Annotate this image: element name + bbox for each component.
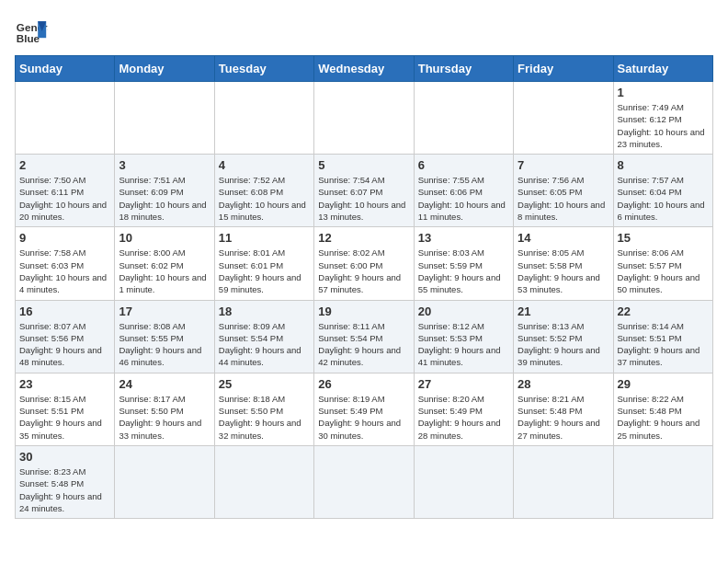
svg-text:Blue: Blue: [17, 32, 40, 44]
calendar-header-thursday: Thursday: [414, 56, 513, 82]
calendar-cell: 11Sunrise: 8:01 AM Sunset: 6:01 PM Dayli…: [214, 227, 313, 300]
day-number: 7: [518, 158, 609, 172]
day-info: Sunrise: 8:11 AM Sunset: 5:54 PM Dayligh…: [318, 320, 409, 369]
day-info: Sunrise: 8:18 AM Sunset: 5:50 PM Dayligh…: [219, 393, 310, 442]
calendar-cell: [214, 82, 313, 155]
day-info: Sunrise: 8:21 AM Sunset: 5:48 PM Dayligh…: [518, 393, 609, 442]
day-number: 24: [119, 377, 210, 391]
logo: General Blue: [15, 15, 48, 48]
calendar-cell: 13Sunrise: 8:03 AM Sunset: 5:59 PM Dayli…: [414, 227, 513, 300]
calendar-cell: 6Sunrise: 7:55 AM Sunset: 6:06 PM Daylig…: [414, 155, 513, 227]
day-info: Sunrise: 7:57 AM Sunset: 6:04 PM Dayligh…: [618, 174, 709, 223]
day-number: 8: [618, 158, 709, 172]
calendar-cell: [414, 82, 513, 155]
day-number: 30: [19, 450, 110, 464]
calendar-cell: [214, 445, 313, 518]
day-number: 10: [119, 231, 210, 245]
day-info: Sunrise: 8:23 AM Sunset: 5:48 PM Dayligh…: [19, 465, 110, 514]
day-info: Sunrise: 8:14 AM Sunset: 5:51 PM Dayligh…: [618, 320, 709, 369]
day-info: Sunrise: 7:49 AM Sunset: 6:12 PM Dayligh…: [618, 101, 709, 150]
calendar-cell: 29Sunrise: 8:22 AM Sunset: 5:48 PM Dayli…: [613, 373, 712, 445]
calendar-cell: 22Sunrise: 8:14 AM Sunset: 5:51 PM Dayli…: [613, 300, 712, 373]
calendar-cell: 7Sunrise: 7:56 AM Sunset: 6:05 PM Daylig…: [514, 155, 613, 227]
calendar-cell: 24Sunrise: 8:17 AM Sunset: 5:50 PM Dayli…: [115, 373, 214, 445]
calendar-cell: 17Sunrise: 8:08 AM Sunset: 5:55 PM Dayli…: [115, 300, 214, 373]
day-number: 9: [19, 231, 110, 245]
calendar-cell: 8Sunrise: 7:57 AM Sunset: 6:04 PM Daylig…: [613, 155, 712, 227]
day-info: Sunrise: 8:19 AM Sunset: 5:49 PM Dayligh…: [318, 393, 409, 442]
day-info: Sunrise: 7:51 AM Sunset: 6:09 PM Dayligh…: [119, 174, 210, 223]
day-number: 5: [318, 158, 409, 172]
day-info: Sunrise: 8:05 AM Sunset: 5:58 PM Dayligh…: [518, 247, 609, 295]
day-info: Sunrise: 7:52 AM Sunset: 6:08 PM Dayligh…: [219, 174, 310, 223]
calendar-header-saturday: Saturday: [613, 56, 712, 82]
day-number: 25: [219, 377, 310, 391]
calendar-cell: 16Sunrise: 8:07 AM Sunset: 5:56 PM Dayli…: [16, 300, 115, 373]
day-info: Sunrise: 8:03 AM Sunset: 5:59 PM Dayligh…: [418, 247, 509, 295]
calendar-header-tuesday: Tuesday: [214, 56, 313, 82]
calendar-cell: [514, 82, 613, 155]
calendar-cell: [514, 445, 613, 518]
day-info: Sunrise: 7:58 AM Sunset: 6:03 PM Dayligh…: [19, 247, 110, 295]
calendar-cell: [314, 82, 414, 155]
day-number: 17: [119, 304, 210, 318]
calendar-cell: [115, 82, 214, 155]
day-info: Sunrise: 8:00 AM Sunset: 6:02 PM Dayligh…: [119, 247, 210, 295]
calendar-cell: 27Sunrise: 8:20 AM Sunset: 5:49 PM Dayli…: [414, 373, 513, 445]
calendar-cell: 5Sunrise: 7:54 AM Sunset: 6:07 PM Daylig…: [314, 155, 414, 227]
day-number: 1: [618, 86, 709, 99]
page-header: General Blue: [15, 15, 713, 48]
calendar-cell: 30Sunrise: 8:23 AM Sunset: 5:48 PM Dayli…: [16, 445, 115, 518]
logo-icon: General Blue: [15, 15, 48, 48]
calendar-week-row: 1Sunrise: 7:49 AM Sunset: 6:12 PM Daylig…: [16, 82, 713, 155]
day-number: 16: [19, 304, 110, 318]
day-info: Sunrise: 8:01 AM Sunset: 6:01 PM Dayligh…: [219, 247, 310, 295]
day-number: 14: [518, 231, 609, 245]
day-info: Sunrise: 8:17 AM Sunset: 5:50 PM Dayligh…: [119, 393, 210, 442]
day-info: Sunrise: 8:02 AM Sunset: 6:00 PM Dayligh…: [318, 247, 409, 295]
day-number: 19: [318, 304, 409, 318]
day-number: 26: [318, 377, 409, 391]
day-info: Sunrise: 8:20 AM Sunset: 5:49 PM Dayligh…: [418, 393, 509, 442]
day-info: Sunrise: 8:09 AM Sunset: 5:54 PM Dayligh…: [219, 320, 310, 369]
calendar-cell: [115, 445, 214, 518]
calendar-cell: 15Sunrise: 8:06 AM Sunset: 5:57 PM Dayli…: [613, 227, 712, 300]
calendar-week-row: 2Sunrise: 7:50 AM Sunset: 6:11 PM Daylig…: [16, 155, 713, 227]
calendar-week-row: 30Sunrise: 8:23 AM Sunset: 5:48 PM Dayli…: [16, 445, 713, 518]
calendar-cell: 20Sunrise: 8:12 AM Sunset: 5:53 PM Dayli…: [414, 300, 513, 373]
day-info: Sunrise: 7:55 AM Sunset: 6:06 PM Dayligh…: [418, 174, 509, 223]
day-info: Sunrise: 7:56 AM Sunset: 6:05 PM Dayligh…: [518, 174, 609, 223]
calendar-cell: 9Sunrise: 7:58 AM Sunset: 6:03 PM Daylig…: [16, 227, 115, 300]
calendar-cell: 14Sunrise: 8:05 AM Sunset: 5:58 PM Dayli…: [514, 227, 613, 300]
day-number: 2: [19, 158, 110, 172]
day-number: 27: [418, 377, 509, 391]
calendar-cell: [414, 445, 513, 518]
calendar-header-friday: Friday: [514, 56, 613, 82]
calendar-header-sunday: Sunday: [16, 56, 115, 82]
calendar-week-row: 9Sunrise: 7:58 AM Sunset: 6:03 PM Daylig…: [16, 227, 713, 300]
day-number: 12: [318, 231, 409, 245]
day-number: 28: [518, 377, 609, 391]
day-info: Sunrise: 8:22 AM Sunset: 5:48 PM Dayligh…: [618, 393, 709, 442]
calendar-cell: 1Sunrise: 7:49 AM Sunset: 6:12 PM Daylig…: [613, 82, 712, 155]
day-info: Sunrise: 8:07 AM Sunset: 5:56 PM Dayligh…: [19, 320, 110, 369]
calendar-cell: 25Sunrise: 8:18 AM Sunset: 5:50 PM Dayli…: [214, 373, 313, 445]
day-number: 4: [219, 158, 310, 172]
day-info: Sunrise: 7:54 AM Sunset: 6:07 PM Dayligh…: [318, 174, 409, 223]
calendar-cell: 23Sunrise: 8:15 AM Sunset: 5:51 PM Dayli…: [16, 373, 115, 445]
calendar-cell: [613, 445, 712, 518]
calendar-cell: 10Sunrise: 8:00 AM Sunset: 6:02 PM Dayli…: [115, 227, 214, 300]
day-number: 13: [418, 231, 509, 245]
calendar-table: SundayMondayTuesdayWednesdayThursdayFrid…: [15, 55, 713, 519]
day-info: Sunrise: 7:50 AM Sunset: 6:11 PM Dayligh…: [19, 174, 110, 223]
calendar-cell: 2Sunrise: 7:50 AM Sunset: 6:11 PM Daylig…: [16, 155, 115, 227]
day-number: 29: [618, 377, 709, 391]
day-number: 11: [219, 231, 310, 245]
calendar-cell: 3Sunrise: 7:51 AM Sunset: 6:09 PM Daylig…: [115, 155, 214, 227]
day-number: 20: [418, 304, 509, 318]
calendar-cell: 12Sunrise: 8:02 AM Sunset: 6:00 PM Dayli…: [314, 227, 414, 300]
calendar-cell: 4Sunrise: 7:52 AM Sunset: 6:08 PM Daylig…: [214, 155, 313, 227]
calendar-header-wednesday: Wednesday: [314, 56, 414, 82]
day-info: Sunrise: 8:06 AM Sunset: 5:57 PM Dayligh…: [618, 247, 709, 295]
day-info: Sunrise: 8:13 AM Sunset: 5:52 PM Dayligh…: [518, 320, 609, 369]
